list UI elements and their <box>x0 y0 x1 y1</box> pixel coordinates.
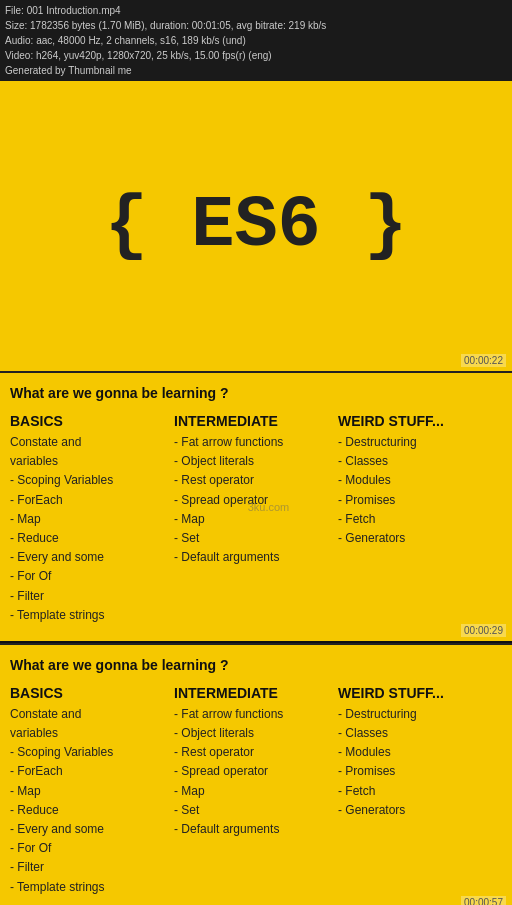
list-item: - Scoping Variables <box>10 471 166 490</box>
video-frame-es6: { ES6 } 00:00:22 <box>0 81 512 371</box>
section-2-title: What are we gonna be learning ? <box>10 657 502 673</box>
intermediate-header-1: INTERMEDIATE <box>174 413 330 429</box>
list-item: - Modules <box>338 743 494 762</box>
weird-header-2: WEIRD STUFF... <box>338 685 494 701</box>
weird-items-2: - Destructuring- Classes- Modules- Promi… <box>338 705 494 820</box>
list-item: - Spread operator <box>174 491 330 510</box>
list-item: Constate and <box>10 705 166 724</box>
list-item: - For Of <box>10 567 166 586</box>
list-item: - Fat arrow functions <box>174 433 330 452</box>
list-item: - Promises <box>338 762 494 781</box>
list-item: - Template strings <box>10 606 166 625</box>
list-item: Constate and <box>10 433 166 452</box>
list-item: - Fetch <box>338 510 494 529</box>
weird-header-1: WEIRD STUFF... <box>338 413 494 429</box>
section-2-weird-column: WEIRD STUFF... - Destructuring- Classes-… <box>338 685 502 897</box>
list-item: - Rest operator <box>174 743 330 762</box>
timestamp-1: 00:00:22 <box>461 354 506 367</box>
section-1-title: What are we gonna be learning ? <box>10 385 502 401</box>
list-item: - Fetch <box>338 782 494 801</box>
info-line-3: Audio: aac, 48000 Hz, 2 channels, s16, 1… <box>5 33 507 48</box>
basics-header-1: BASICS <box>10 413 166 429</box>
list-item: - Modules <box>338 471 494 490</box>
list-item: - Reduce <box>10 801 166 820</box>
weird-items-1: - Destructuring- Classes- Modules- Promi… <box>338 433 494 548</box>
list-item: - Default arguments <box>174 820 330 839</box>
list-item: - Classes <box>338 452 494 471</box>
es6-logo: { ES6 } <box>105 185 407 267</box>
info-line-5: Generated by Thumbnail me <box>5 63 507 78</box>
list-item: - Generators <box>338 529 494 548</box>
timestamp-3: 00:00:57 <box>461 896 506 905</box>
list-item: variables <box>10 724 166 743</box>
list-item: - Spread operator <box>174 762 330 781</box>
list-item: - ForEach <box>10 491 166 510</box>
list-item: - Default arguments <box>174 548 330 567</box>
info-line-2: Size: 1782356 bytes (1.70 MiB), duration… <box>5 18 507 33</box>
list-item: - Filter <box>10 587 166 606</box>
list-item: - Promises <box>338 491 494 510</box>
section-2-columns: BASICS Constate andvariables- Scoping Va… <box>10 685 502 897</box>
intermediate-items-2: - Fat arrow functions- Object literals- … <box>174 705 330 839</box>
content-section-2: What are we gonna be learning ? BASICS C… <box>0 643 512 905</box>
list-item: - Reduce <box>10 529 166 548</box>
timestamp-2: 00:00:29 <box>461 624 506 637</box>
section-2-intermediate-column: INTERMEDIATE - Fat arrow functions- Obje… <box>174 685 338 897</box>
basics-items-1: Constate andvariables- Scoping Variables… <box>10 433 166 625</box>
list-item: - Object literals <box>174 452 330 471</box>
list-item: - Classes <box>338 724 494 743</box>
list-item: - Rest operator <box>174 471 330 490</box>
list-item: - Map <box>10 782 166 801</box>
list-item: - For Of <box>10 839 166 858</box>
section-1-basics-column: BASICS Constate andvariables- Scoping Va… <box>10 413 174 625</box>
list-item: - Scoping Variables <box>10 743 166 762</box>
list-item: - Set <box>174 529 330 548</box>
basics-header-2: BASICS <box>10 685 166 701</box>
section-1-columns: BASICS Constate andvariables- Scoping Va… <box>10 413 502 625</box>
list-item: - Every and some <box>10 820 166 839</box>
info-line-4: Video: h264, yuv420p, 1280x720, 25 kb/s,… <box>5 48 507 63</box>
section-1-intermediate-column: INTERMEDIATE - Fat arrow functions- Obje… <box>174 413 338 625</box>
list-item: - Fat arrow functions <box>174 705 330 724</box>
section-2-basics-column: BASICS Constate andvariables- Scoping Va… <box>10 685 174 897</box>
list-item: - Template strings <box>10 878 166 897</box>
list-item: - Destructuring <box>338 705 494 724</box>
basics-items-2: Constate andvariables- Scoping Variables… <box>10 705 166 897</box>
list-item: variables <box>10 452 166 471</box>
list-item: - Destructuring <box>338 433 494 452</box>
content-section-1: What are we gonna be learning ? BASICS C… <box>0 371 512 641</box>
list-item: - Map <box>10 510 166 529</box>
info-line-1: File: 001 Introduction.mp4 <box>5 3 507 18</box>
list-item: - Map <box>174 510 330 529</box>
section-1-weird-column: WEIRD STUFF... - Destructuring- Classes-… <box>338 413 502 625</box>
list-item: - Map <box>174 782 330 801</box>
list-item: - Generators <box>338 801 494 820</box>
list-item: - ForEach <box>10 762 166 781</box>
intermediate-items-1: - Fat arrow functions- Object literals- … <box>174 433 330 567</box>
list-item: - Set <box>174 801 330 820</box>
intermediate-header-2: INTERMEDIATE <box>174 685 330 701</box>
list-item: - Every and some <box>10 548 166 567</box>
info-bar: File: 001 Introduction.mp4 Size: 1782356… <box>0 0 512 81</box>
list-item: - Filter <box>10 858 166 877</box>
list-item: - Object literals <box>174 724 330 743</box>
